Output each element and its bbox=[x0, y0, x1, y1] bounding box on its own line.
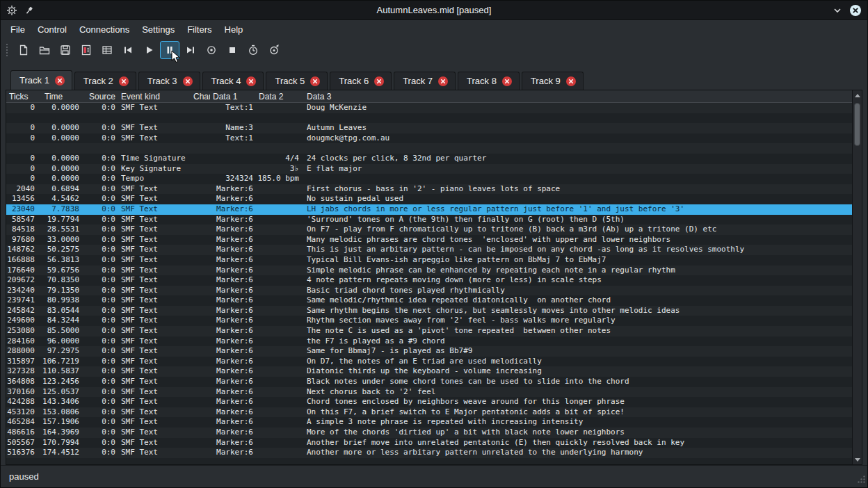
table-row[interactable]: 24960084.32440:0SMF TextMarker:6Rhythm s… bbox=[6, 316, 852, 326]
scrollbar-track[interactable] bbox=[853, 100, 862, 455]
tab-close-icon[interactable] bbox=[183, 76, 193, 86]
cell-d1: Marker:6 bbox=[210, 346, 255, 357]
scroll-down-button[interactable] bbox=[853, 455, 862, 464]
tab-track-7[interactable]: Track 7 bbox=[394, 72, 456, 90]
table-row[interactable]: 20967270.83500:0SMF TextMarker:64 note p… bbox=[6, 275, 852, 286]
tab-track-1[interactable]: Track 1 bbox=[10, 70, 72, 90]
vertical-scrollbar[interactable] bbox=[852, 90, 862, 464]
menu-settings[interactable]: Settings bbox=[136, 22, 181, 37]
table-row[interactable]: 00.00000:0Key Signature3♭E flat major bbox=[6, 164, 852, 174]
menu-file[interactable]: File bbox=[4, 22, 31, 37]
table-row[interactable]: 516376174.45120:0SMF TextMarker:6Another… bbox=[6, 448, 852, 458]
tab-close-icon[interactable] bbox=[119, 76, 129, 86]
table-row[interactable]: 00.00000:0SMF TextName:3Autumn Leaves bbox=[6, 123, 852, 133]
tab-track-8[interactable]: Track 8 bbox=[458, 72, 520, 90]
column-header-ticks[interactable]: Ticks bbox=[6, 92, 36, 101]
tab-close-icon[interactable] bbox=[310, 76, 320, 86]
tab-track-6[interactable]: Track 6 bbox=[330, 72, 392, 90]
table-row[interactable]: 134564.54620:0SMF TextMarker:6No sustain… bbox=[6, 194, 852, 204]
skip-forward-button[interactable] bbox=[181, 41, 200, 59]
scroll-up-button[interactable] bbox=[853, 90, 862, 100]
cell-time: 79.1350 bbox=[36, 286, 81, 296]
tab-track-3[interactable]: Track 3 bbox=[138, 72, 200, 90]
close-button[interactable] bbox=[849, 4, 862, 17]
cell-d3: More of the chords 'dirtied up' a bit wi… bbox=[302, 428, 852, 438]
timer-button[interactable] bbox=[243, 41, 263, 59]
open-file-button[interactable] bbox=[35, 41, 54, 59]
cell-source: 0:0 bbox=[81, 225, 117, 235]
tab-close-icon[interactable] bbox=[502, 76, 512, 86]
tab-close-icon[interactable] bbox=[246, 76, 256, 86]
table-row[interactable]: 00.00000:0Time Signature4/424 clocks per… bbox=[6, 154, 852, 164]
table-row[interactable]: 23424079.13500:0SMF TextMarker:6Basic tr… bbox=[6, 286, 852, 296]
scrollbar-thumb[interactable] bbox=[854, 103, 860, 146]
menu-connections[interactable]: Connections bbox=[73, 22, 136, 37]
column-header-time[interactable]: Time bbox=[36, 92, 81, 101]
tab-track-9[interactable]: Track 9 bbox=[522, 72, 584, 90]
save-file-button[interactable] bbox=[56, 41, 75, 59]
table-row[interactable]: 465284157.19060:0SMF TextMarker:6A simpl… bbox=[6, 417, 852, 428]
shade-button[interactable] bbox=[833, 6, 842, 15]
table-row[interactable]: 370160125.05370:0SMF TextMarker:6Next ch… bbox=[6, 387, 852, 398]
cell-chan bbox=[192, 387, 210, 398]
menu-help[interactable]: Help bbox=[218, 22, 250, 37]
table-row[interactable]: 25308085.50000:0SMF TextMarker:6The note… bbox=[6, 326, 852, 336]
table-row[interactable]: 5854719.77940:0SMF TextMarker:6'Surround… bbox=[6, 215, 852, 225]
table-row[interactable]: 20400.68940:0SMF TextMarker:6First choru… bbox=[6, 184, 852, 195]
table-row[interactable]: 00.00000:0SMF TextText:1dougmck@tpg.com.… bbox=[6, 133, 852, 144]
skip-backward-button[interactable] bbox=[118, 41, 138, 59]
table-row[interactable]: 505567170.79940:0SMF TextMarker:6Another… bbox=[6, 438, 852, 448]
table-row[interactable]: 17664059.67560:0SMF TextMarker:6Simple m… bbox=[6, 266, 852, 276]
table-row[interactable]: 364808123.24560:0SMF TextMarker:6Black n… bbox=[6, 377, 852, 387]
toolbar-drag-handle[interactable] bbox=[6, 44, 8, 56]
stop-icon bbox=[226, 44, 239, 56]
tab-track-4[interactable]: Track 4 bbox=[202, 72, 264, 90]
table-row[interactable]: 315897106.72190:0SMF TextMarker:6On D7, … bbox=[6, 357, 852, 367]
table-row[interactable]: 453120153.08060:0SMF TextMarker:6On this… bbox=[6, 407, 852, 418]
column-header-data-3[interactable]: Data 3 bbox=[302, 92, 852, 101]
new-file-button[interactable] bbox=[14, 41, 33, 59]
table-row[interactable]: 16688856.38130:0SMF TextMarker:6Typical … bbox=[6, 255, 852, 266]
pause-button[interactable] bbox=[160, 41, 179, 59]
table-row[interactable]: 24584283.05440:0SMF TextMarker:6Same rhy… bbox=[6, 306, 852, 316]
table-row-blank[interactable] bbox=[6, 113, 852, 124]
menu-filters[interactable]: Filters bbox=[181, 22, 218, 37]
stop-button[interactable] bbox=[223, 41, 242, 59]
table-row[interactable]: 327328110.58370:0SMF TextMarker:6Diatoni… bbox=[6, 366, 852, 377]
event-list-button[interactable] bbox=[97, 41, 117, 59]
tab-track-5[interactable]: Track 5 bbox=[266, 72, 328, 90]
table-row[interactable]: 00.00000:0SMF TextText:1Doug McKenzie bbox=[6, 103, 852, 113]
cell-kind bbox=[117, 113, 192, 124]
table-row[interactable]: 424288143.34060:0SMF TextMarker:6Chord t… bbox=[6, 397, 852, 407]
table-row[interactable]: 14876250.25750:0SMF TextMarker:6This is … bbox=[6, 245, 852, 255]
tab-track-2[interactable]: Track 2 bbox=[74, 72, 136, 90]
menu-control[interactable]: Control bbox=[31, 22, 73, 37]
metronome-button[interactable] bbox=[264, 41, 284, 59]
tab-label: Track 6 bbox=[339, 76, 369, 86]
play-button[interactable] bbox=[139, 41, 159, 59]
column-header-data-1[interactable]: Data 1 bbox=[210, 92, 255, 101]
tab-close-icon[interactable] bbox=[55, 76, 65, 86]
tab-close-icon[interactable] bbox=[566, 76, 576, 86]
tab-close-icon[interactable] bbox=[438, 76, 448, 86]
table-row[interactable]: 00.00000:0Tempo324324185.0 bpm bbox=[6, 174, 852, 184]
column-header-data-2[interactable]: Data 2 bbox=[255, 92, 302, 101]
table-row-blank[interactable] bbox=[6, 143, 852, 154]
cell-kind: SMF Text bbox=[117, 194, 192, 204]
table-row[interactable]: 486616164.39690:0SMF TextMarker:6More of… bbox=[6, 428, 852, 438]
table-row[interactable]: 28800097.29750:0SMF TextMarker:6Same for… bbox=[6, 346, 852, 357]
table-row[interactable]: 23974180.99380:0SMF TextMarker:6Same mel… bbox=[6, 295, 852, 306]
table-row[interactable]: 28416096.00000:0SMF TextMarker:6the F7 i… bbox=[6, 336, 852, 347]
column-header-chan[interactable]: Chan bbox=[192, 92, 210, 101]
title-bar[interactable]: AutumnLeaves.mid [paused] bbox=[1, 1, 867, 20]
cell-d2 bbox=[255, 286, 302, 296]
table-row[interactable]: 9768033.00000:0SMF TextMarker:6Many melo… bbox=[6, 235, 852, 245]
column-header-event-kind[interactable]: Event kind bbox=[117, 92, 192, 101]
record-file-button[interactable] bbox=[77, 41, 96, 59]
tab-close-icon[interactable] bbox=[374, 76, 384, 86]
column-header-source[interactable]: Source bbox=[81, 92, 117, 101]
table-row[interactable]: 8451828.55310:0SMF TextMarker:6On F7 - p… bbox=[6, 225, 852, 235]
table-row[interactable]: 230407.78380:0SMF TextMarker:6LH jabs ch… bbox=[6, 204, 852, 215]
record-button[interactable] bbox=[202, 41, 221, 59]
resize-grip-icon[interactable] bbox=[857, 475, 866, 486]
